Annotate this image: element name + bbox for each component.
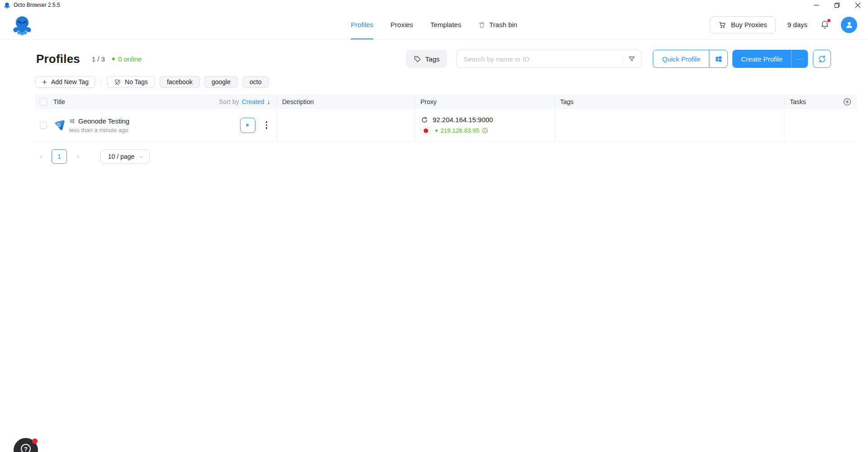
- table-row[interactable]: Geonode Testing less than a minute ago 9…: [35, 109, 857, 142]
- proxy-host: 92.204.164.15:9000: [433, 116, 493, 124]
- windows-icon: [715, 55, 722, 63]
- tab-proxies-label: Proxies: [391, 21, 413, 29]
- online-status-label: 0 online: [118, 55, 142, 63]
- online-status: 0 online: [112, 55, 142, 63]
- column-tags: Tags: [555, 98, 784, 105]
- profile-created: less than a minute ago: [69, 127, 129, 133]
- page-size-value: 10 / page: [108, 153, 134, 160]
- create-profile-more-button[interactable]: ···: [791, 50, 808, 68]
- question-icon: ?: [21, 444, 31, 452]
- titlebar: Octo Browser 2.5.5: [0, 0, 868, 10]
- tags-button[interactable]: Tags: [406, 50, 448, 68]
- column-title-label: Title: [53, 98, 65, 105]
- chevron-right-icon: [75, 154, 80, 159]
- main-nav: Profiles Proxies Templates Trash bin: [351, 10, 517, 39]
- filter-icon[interactable]: [628, 55, 636, 63]
- octo-logo-icon: [12, 14, 33, 35]
- select-all-checkbox[interactable]: [40, 98, 47, 105]
- notifications-button[interactable]: [820, 20, 830, 30]
- minimize-button[interactable]: [806, 0, 826, 10]
- external-ip: 219.126.83.95: [440, 127, 479, 134]
- subscription-days: 9 days: [788, 21, 807, 29]
- cell-tags: [555, 109, 784, 141]
- add-column-button[interactable]: [843, 97, 852, 106]
- close-button[interactable]: [847, 0, 868, 10]
- online-dot-icon: [112, 57, 115, 60]
- plus-icon: [42, 79, 47, 85]
- cell-title: Geonode Testing less than a minute ago: [35, 109, 277, 141]
- row-menu-button[interactable]: [263, 119, 270, 131]
- ip-status-dot: [435, 129, 438, 132]
- tag-chip-label: google: [212, 78, 231, 86]
- column-description: Description: [277, 98, 415, 105]
- tag-filter-bar: Add New Tag No Tags facebook google octo: [35, 76, 868, 88]
- ip-info-icon[interactable]: [481, 127, 488, 134]
- search-divider: [622, 54, 623, 63]
- create-profile-label: Create Profile: [732, 50, 791, 68]
- no-tag-icon: [114, 79, 121, 86]
- add-new-tag-button[interactable]: Add New Tag: [35, 76, 95, 88]
- next-page-button[interactable]: [73, 154, 82, 159]
- column-description-label: Description: [282, 98, 314, 105]
- search-input[interactable]: [463, 55, 618, 63]
- buy-proxies-button[interactable]: Buy Proxies: [710, 16, 776, 33]
- tag-chip-label: octo: [250, 78, 261, 86]
- cart-icon: [718, 21, 726, 29]
- restore-button[interactable]: [826, 0, 847, 10]
- add-new-tag-label: Add New Tag: [51, 78, 89, 86]
- column-tasks-label: Tasks: [790, 98, 806, 105]
- japan-flag-icon: [421, 127, 431, 134]
- page-number[interactable]: 1: [52, 149, 67, 164]
- notification-badge: [827, 19, 830, 22]
- tab-trash-bin[interactable]: Trash bin: [478, 10, 517, 39]
- chevron-down-icon: [139, 154, 144, 159]
- help-badge: [32, 438, 38, 444]
- filter-no-tags[interactable]: No Tags: [107, 76, 155, 88]
- column-tags-label: Tags: [560, 98, 574, 105]
- row-actions: [240, 118, 277, 133]
- tab-templates-label: Templates: [430, 21, 461, 29]
- prev-page-button[interactable]: [36, 154, 45, 159]
- tab-profiles-label: Profiles: [351, 21, 373, 29]
- start-profile-button[interactable]: [240, 118, 255, 133]
- page-size-select[interactable]: 10 / page: [100, 149, 150, 164]
- window-title: Octo Browser 2.5.5: [14, 2, 60, 8]
- octo-browser-window: Octo Browser 2.5.5 Profiles: [0, 0, 868, 452]
- tab-profiles[interactable]: Profiles: [351, 10, 373, 39]
- tab-templates[interactable]: Templates: [430, 10, 461, 39]
- sort-direction-icon[interactable]: ↓: [267, 98, 271, 105]
- filter-tag-google[interactable]: google: [204, 76, 238, 88]
- sort-control: Sort by Created ↓: [219, 98, 277, 105]
- user-icon: [845, 20, 854, 29]
- account-avatar[interactable]: [841, 17, 857, 33]
- create-profile-button[interactable]: Create Profile ···: [732, 50, 808, 68]
- window-controls: [806, 0, 868, 10]
- table-header: Title Sort by Created ↓ Description Prox…: [35, 94, 857, 109]
- tags-button-label: Tags: [425, 55, 440, 63]
- pagination: 1 10 / page: [36, 149, 868, 164]
- quick-profile-button[interactable]: Quick Profile: [653, 50, 728, 68]
- filter-tag-octo[interactable]: octo: [242, 76, 269, 88]
- cell-proxy: 92.204.164.15:9000 219.126.83.95: [415, 109, 555, 141]
- cell-description: [277, 109, 415, 141]
- app-header: Profiles Proxies Templates Trash bin Buy…: [0, 10, 868, 40]
- profiles-table: Title Sort by Created ↓ Description Prox…: [35, 94, 857, 142]
- row-checkbox[interactable]: [40, 122, 47, 129]
- tag-chip-label: facebook: [167, 78, 193, 86]
- page-title: Profiles: [36, 52, 80, 66]
- tab-proxies[interactable]: Proxies: [391, 10, 413, 39]
- rotate-proxy-icon[interactable]: [421, 116, 428, 124]
- filter-tag-facebook[interactable]: facebook: [160, 76, 200, 88]
- profile-info: Geonode Testing less than a minute ago: [69, 117, 129, 133]
- quick-profile-os-dropdown[interactable]: [709, 50, 727, 67]
- sort-by-value[interactable]: Created: [242, 98, 264, 105]
- refresh-icon: [818, 55, 826, 63]
- trash-icon: [478, 21, 486, 29]
- page-head: Profiles 1 / 3 0 online Tags Quick Pro: [36, 50, 831, 68]
- profile-title: Geonode Testing: [78, 117, 129, 125]
- cell-tasks: [784, 109, 857, 141]
- help-widget-button[interactable]: ?: [14, 438, 38, 452]
- refresh-button[interactable]: [813, 50, 831, 68]
- quick-profile-label: Quick Profile: [653, 50, 709, 67]
- profile-avatar: [53, 119, 66, 131]
